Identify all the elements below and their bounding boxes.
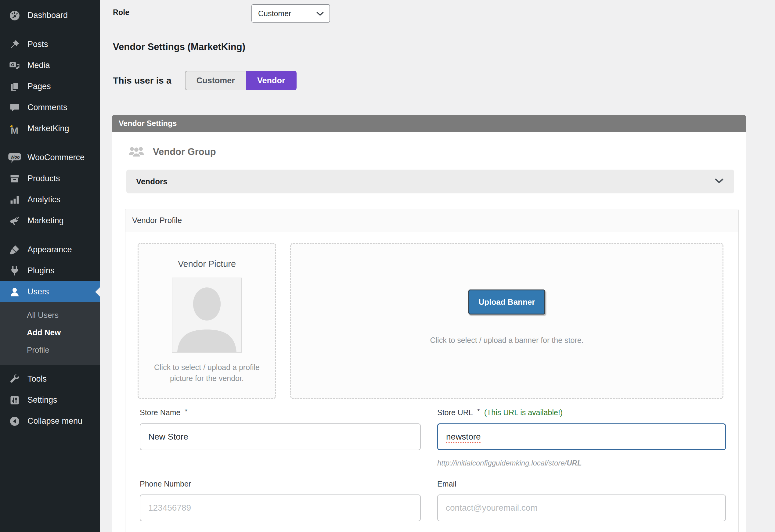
- current-item-arrow: [95, 287, 100, 297]
- role-select-value: Customer: [258, 9, 291, 18]
- pushpin-icon: [8, 39, 21, 50]
- sidebar-item-label: WooCommerce: [27, 153, 84, 162]
- store-url-input[interactable]: newstore: [437, 423, 726, 450]
- phone-label: Phone Number: [140, 479, 191, 488]
- sidebar-item-label: Posts: [27, 40, 48, 49]
- chevron-down-icon: [715, 178, 724, 185]
- collapse-icon: [8, 416, 21, 427]
- submenu-item-label: Profile: [27, 345, 49, 355]
- email-input[interactable]: contact@youremail.com: [437, 494, 726, 521]
- sidebar-item-media[interactable]: Media: [0, 55, 100, 76]
- vendor-group-row: Vendor Group: [128, 145, 216, 159]
- camera-icon: [8, 60, 21, 71]
- sidebar-item-label: Dashboard: [27, 11, 68, 20]
- store-name-input[interactable]: New Store: [140, 423, 421, 450]
- vendor-group-select[interactable]: Vendors: [126, 170, 734, 193]
- submenu-item-label: All Users: [27, 311, 59, 320]
- vendor-settings-card-header: Vendor Settings: [112, 115, 746, 132]
- plug-icon: [8, 265, 21, 276]
- sidebar-item-users[interactable]: Users: [0, 281, 100, 302]
- sidebar-item-label: Users: [27, 287, 49, 297]
- sidebar-item-label: Appearance: [27, 245, 72, 254]
- user-type-row: This user is a Customer Vendor: [113, 71, 296, 90]
- store-name-label: Store Name: [140, 408, 180, 417]
- submenu-item-all-users[interactable]: All Users: [0, 307, 100, 324]
- sidebar-item-pages[interactable]: Pages: [0, 76, 100, 97]
- sidebar-item-settings[interactable]: Settings: [0, 390, 100, 411]
- store-url-hint-prefix: http://initialconfigguidemking.local/sto…: [437, 459, 567, 467]
- sidebar-item-plugins[interactable]: Plugins: [0, 260, 100, 281]
- sidebar-item-marketking[interactable]: M MarketKing: [0, 118, 100, 139]
- group-people-icon: [128, 145, 145, 159]
- sidebar-item-woocommerce[interactable]: Woo WooCommerce: [0, 147, 100, 168]
- sidebar-item-label: Settings: [27, 395, 57, 405]
- menu-separator: [0, 139, 100, 147]
- sidebar-item-analytics[interactable]: Analytics: [0, 189, 100, 210]
- sidebar-item-label: Plugins: [27, 266, 55, 275]
- vendor-picture-hint: Click to select / upload a profile pictu…: [138, 362, 275, 384]
- vendor-profile-header: Vendor Profile: [125, 209, 738, 232]
- sidebar-item-label: Pages: [27, 82, 51, 91]
- user-icon: [8, 286, 21, 297]
- user-type-label: This user is a: [113, 75, 171, 86]
- role-label: Role: [113, 8, 129, 17]
- woocommerce-icon: Woo: [8, 152, 21, 163]
- bar-chart-icon: [8, 194, 21, 205]
- comment-icon: [8, 102, 21, 113]
- required-asterisk: *: [185, 407, 187, 416]
- store-name-label-row: Store Name *: [140, 408, 421, 417]
- store-url-field: Store URL * (This URL is available!) new…: [437, 408, 726, 467]
- email-placeholder: contact@youremail.com: [446, 503, 538, 513]
- vendor-group-select-value: Vendors: [136, 177, 167, 186]
- sidebar-item-comments[interactable]: Comments: [0, 97, 100, 118]
- sidebar-item-label: MarketKing: [27, 124, 69, 133]
- sidebar-item-label: Marketing: [27, 216, 64, 225]
- sidebar-item-products[interactable]: Products: [0, 168, 100, 189]
- url-available-status: (This URL is available!): [484, 408, 563, 417]
- sidebar-item-label: Products: [27, 174, 60, 183]
- page-title: Vendor Settings (MarketKing): [113, 41, 245, 52]
- vendor-group-label: Vendor Group: [153, 146, 216, 157]
- sidebar-item-label: Collapse menu: [27, 416, 82, 426]
- role-select[interactable]: Customer: [251, 4, 330, 23]
- sidebar-item-marketing[interactable]: Marketing: [0, 210, 100, 231]
- phone-input[interactable]: 123456789: [140, 494, 421, 521]
- submenu-item-add-new[interactable]: Add New: [0, 324, 100, 341]
- submenu-item-label: Add New: [27, 328, 61, 337]
- sidebar-item-tools[interactable]: Tools: [0, 368, 100, 390]
- main-content: Role Customer Vendor Settings (MarketKin…: [100, 0, 775, 532]
- sidebar-item-appearance[interactable]: Appearance: [0, 239, 100, 260]
- email-label-row: Email: [437, 479, 726, 488]
- vendor-profile-title: Vendor Profile: [132, 216, 182, 225]
- store-url-hint: http://initialconfigguidemking.local/sto…: [437, 459, 726, 467]
- required-asterisk: *: [477, 407, 480, 416]
- user-type-toggle: Customer Vendor: [185, 71, 296, 90]
- avatar: [172, 278, 242, 353]
- email-label: Email: [437, 479, 457, 488]
- banner-upload-area[interactable]: Upload Banner Click to select / upload a…: [290, 243, 723, 399]
- submenu-item-profile[interactable]: Profile: [0, 341, 100, 359]
- vendor-toggle-button[interactable]: Vendor: [246, 71, 296, 90]
- vendor-profile-card: Vendor Profile Vendor Picture Click to s…: [125, 209, 739, 532]
- settings-sliders-icon: [8, 395, 21, 406]
- customer-toggle-button[interactable]: Customer: [185, 71, 246, 90]
- sidebar-item-collapse-menu[interactable]: Collapse menu: [0, 411, 100, 432]
- sidebar-item-label: Comments: [27, 103, 67, 112]
- vendor-settings-card: Vendor Settings Vendor Group Vendors Ven…: [112, 115, 746, 532]
- admin-sidebar: Dashboard Posts Media Pages Commen: [0, 0, 100, 532]
- phone-label-row: Phone Number: [140, 479, 421, 488]
- sidebar-item-label: Analytics: [27, 195, 60, 204]
- pages-icon: [8, 81, 21, 92]
- sidebar-item-dashboard[interactable]: Dashboard: [0, 5, 100, 26]
- upload-banner-button[interactable]: Upload Banner: [468, 289, 545, 315]
- phone-placeholder: 123456789: [148, 503, 191, 513]
- svg-text:M: M: [11, 125, 18, 135]
- store-url-hint-suffix: URL: [567, 459, 582, 467]
- vendor-picture-upload-area[interactable]: Vendor Picture Click to select / upload …: [138, 243, 276, 399]
- sidebar-item-posts[interactable]: Posts: [0, 34, 100, 55]
- email-field: Email contact@youremail.com: [437, 479, 726, 521]
- store-name-value: New Store: [148, 432, 188, 442]
- store-name-field: Store Name * New Store: [140, 408, 421, 450]
- chevron-down-icon: [316, 9, 324, 18]
- users-submenu: All Users Add New Profile: [0, 302, 100, 365]
